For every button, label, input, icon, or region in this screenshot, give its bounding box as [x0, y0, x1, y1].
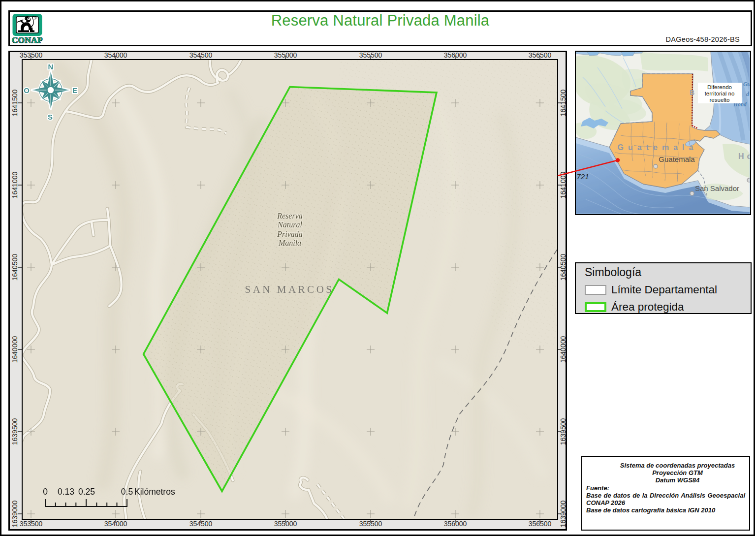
svg-text:SAN MARCOS: SAN MARCOS — [245, 284, 334, 295]
svg-text:O: O — [24, 86, 30, 95]
svg-text:Guatemala: Guatemala — [618, 143, 698, 152]
svg-text:Privada: Privada — [277, 230, 303, 238]
svg-text:0.5: 0.5 — [121, 487, 133, 497]
svg-text:resuelto: resuelto — [710, 97, 730, 103]
svg-text:CONAP: CONAP — [12, 35, 43, 45]
svg-text:0.13: 0.13 — [58, 487, 74, 497]
svg-text:0.25: 0.25 — [78, 487, 95, 497]
svg-text:San Salvador: San Salvador — [695, 184, 739, 192]
svg-text:territorial no: territorial no — [705, 91, 735, 96]
svg-text:0: 0 — [43, 487, 48, 497]
svg-text:E: E — [72, 86, 77, 95]
svg-text:Reserva: Reserva — [277, 212, 303, 220]
svg-text:721: 721 — [576, 172, 589, 181]
svg-text:B: B — [690, 89, 694, 96]
svg-text:Gu: Gu — [743, 81, 750, 87]
svg-text:Ho: Ho — [738, 152, 750, 160]
svg-text:Guatemala: Guatemala — [659, 155, 695, 163]
svg-text:S: S — [48, 113, 53, 121]
svg-text:N: N — [48, 63, 54, 71]
svg-text:Manila: Manila — [278, 239, 301, 247]
svg-text:Natural: Natural — [277, 221, 302, 229]
svg-text:Diferendo: Diferendo — [707, 84, 732, 90]
svg-text:d: d — [746, 91, 749, 97]
svg-text:Kilómetros: Kilómetros — [134, 487, 175, 497]
